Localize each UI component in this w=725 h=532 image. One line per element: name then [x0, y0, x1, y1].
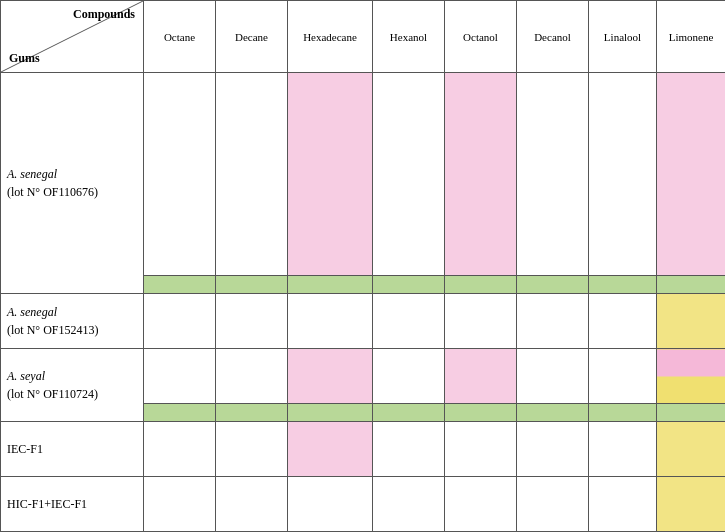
cell-3-hexadecane: [288, 349, 373, 404]
row-a-senegal-2-main: A. senegal (lot N° OF152413): [1, 294, 726, 349]
row-a-seyal-pink: A. seyal (lot N° OF110724): [1, 349, 726, 404]
cell-4-decanol: [517, 422, 589, 477]
row-hic-f1-main: HIC-F1+IEC-F1: [1, 477, 726, 532]
col-header-octanol: Octanol: [445, 1, 517, 73]
cell-1-octane: [144, 73, 216, 276]
cell-4-hexadecane: [288, 422, 373, 477]
cell-1-hexadecane: [288, 73, 373, 276]
cell-5-hexanol: [373, 477, 445, 532]
gum-label-hic-f1: HIC-F1+IEC-F1: [1, 477, 144, 532]
cell-4-linalool: [589, 422, 657, 477]
cell-5-octane: [144, 477, 216, 532]
cell-1-decane: [216, 73, 288, 276]
col-header-hexanol: Hexanol: [373, 1, 445, 73]
gum-lot-3: (lot N° OF110724): [7, 387, 98, 401]
green-1-hexadecane: [288, 276, 373, 294]
green-1-decanol: [517, 276, 589, 294]
cell-3-octanol: [445, 349, 517, 404]
green-3-decanol: [517, 404, 589, 422]
green-1-octane: [144, 276, 216, 294]
cell-5-decane: [216, 477, 288, 532]
row-iec-f1-main: IEC-F1: [1, 422, 726, 477]
cell-4-hexanol: [373, 422, 445, 477]
cell-4-octanol: [445, 422, 517, 477]
gum-name-italic-3: A. seyal: [7, 369, 45, 383]
green-3-decane: [216, 404, 288, 422]
gum-label-a-seyal: A. seyal (lot N° OF110724): [1, 349, 144, 422]
header-top-left: Compounds Gums: [1, 1, 144, 73]
cell-2-decanol: [517, 294, 589, 349]
green-3-octanol: [445, 404, 517, 422]
cell-4-decane: [216, 422, 288, 477]
cell-5-octanol: [445, 477, 517, 532]
cell-2-hexanol: [373, 294, 445, 349]
cell-2-hexadecane: [288, 294, 373, 349]
gum-label-iec-f1: IEC-F1: [1, 422, 144, 477]
green-1-hexanol: [373, 276, 445, 294]
col-header-limonene: Limonene: [657, 1, 726, 73]
cell-1-hexanol: [373, 73, 445, 276]
col-header-octane: Octane: [144, 1, 216, 73]
col-header-decanol: Decanol: [517, 1, 589, 73]
cell-5-linalool: [589, 477, 657, 532]
cell-1-linalool: [589, 73, 657, 276]
green-3-linalool: [589, 404, 657, 422]
green-1-limonene: [657, 276, 726, 294]
cell-3-decane: [216, 349, 288, 404]
green-3-hexadecane: [288, 404, 373, 422]
cell-5-decanol: [517, 477, 589, 532]
row-a-senegal-1-main: A. senegal (lot N° OF110676): [1, 73, 726, 276]
gum-label-a-senegal-1: A. senegal (lot N° OF110676): [1, 73, 144, 294]
main-table-wrapper: Compounds Gums Octane Decane Hexadecane …: [0, 0, 725, 532]
cell-2-octane: [144, 294, 216, 349]
green-3-limonene: [657, 404, 726, 422]
gum-name-iec: IEC-F1: [7, 442, 43, 456]
cell-1-octanol: [445, 73, 517, 276]
green-3-hexanol: [373, 404, 445, 422]
cell-3-octane: [144, 349, 216, 404]
gums-label: Gums: [9, 51, 40, 66]
green-1-linalool: [589, 276, 657, 294]
gum-name-italic-2: A. senegal: [7, 305, 57, 319]
green-1-decane: [216, 276, 288, 294]
gum-label-a-senegal-2: A. senegal (lot N° OF152413): [1, 294, 144, 349]
cell-2-octanol: [445, 294, 517, 349]
col-header-decane: Decane: [216, 1, 288, 73]
cell-2-limonene: [657, 294, 726, 349]
green-3-octane: [144, 404, 216, 422]
cell-2-decane: [216, 294, 288, 349]
cell-5-hexadecane: [288, 477, 373, 532]
gum-name-italic-1: A. senegal: [7, 167, 57, 181]
cell-3-linalool: [589, 349, 657, 404]
cell-1-limonene: [657, 73, 726, 276]
compounds-label: Compounds: [73, 7, 135, 22]
col-header-hexadecane: Hexadecane: [288, 1, 373, 73]
cell-2-linalool: [589, 294, 657, 349]
green-1-octanol: [445, 276, 517, 294]
cell-5-limonene: [657, 477, 726, 532]
cell-4-limonene: [657, 422, 726, 477]
cell-3-decanol: [517, 349, 589, 404]
gum-lot-1: (lot N° OF110676): [7, 185, 98, 199]
cell-3-limonene-mixed: [657, 349, 726, 404]
gum-lot-2: (lot N° OF152413): [7, 323, 98, 337]
cell-4-octane: [144, 422, 216, 477]
gum-name-hic: HIC-F1+IEC-F1: [7, 497, 87, 511]
cell-3-hexanol: [373, 349, 445, 404]
cell-1-decanol: [517, 73, 589, 276]
col-header-linalool: Linalool: [589, 1, 657, 73]
